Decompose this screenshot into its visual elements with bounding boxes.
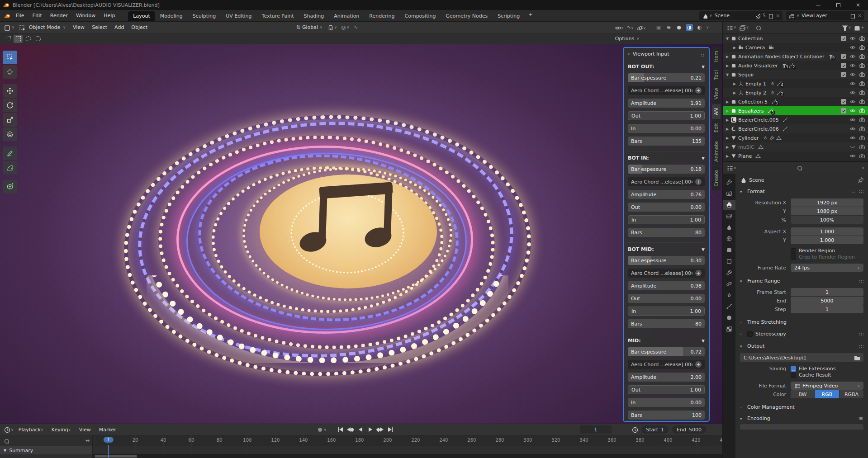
outliner-row-cylinder[interactable]: ▶Cylinder	[723, 133, 868, 142]
color-management-section-header[interactable]: ›Color Management	[735, 401, 868, 413]
properties-tab-physics[interactable]	[723, 279, 735, 289]
stereoscopy-checkbox[interactable]	[747, 331, 753, 337]
expand-icon[interactable]: ▶	[725, 118, 730, 122]
in-field[interactable]: In0.00	[628, 124, 705, 133]
sidebar-tab-view[interactable]: View	[712, 84, 721, 103]
timeline-menu-marker[interactable]: Marker	[95, 427, 120, 433]
expand-icon[interactable]: ▶	[725, 154, 730, 158]
select-mode-box[interactable]	[14, 35, 23, 43]
tool-add-cube[interactable]	[3, 180, 17, 194]
properties-tab-modifiers[interactable]	[723, 268, 735, 278]
properties-tab-texture[interactable]	[723, 324, 735, 334]
properties-editor-icon[interactable]: ∨	[726, 165, 736, 171]
in-field[interactable]: In1.00	[628, 307, 705, 316]
mode-selector[interactable]: Object Mode	[29, 24, 60, 30]
toggle-xray-icon[interactable]: ▣	[655, 24, 662, 31]
hide-eye-icon[interactable]	[849, 71, 856, 78]
frame-step-field[interactable]: 1	[791, 305, 863, 313]
out-field[interactable]: Out1.00	[628, 385, 705, 394]
hide-eye-icon[interactable]	[849, 80, 856, 87]
expand-icon[interactable]: ▶	[725, 100, 730, 104]
summary-expand-icon[interactable]: ▼	[4, 449, 6, 453]
disable-render-icon[interactable]	[859, 80, 865, 87]
in-field[interactable]: In1.00	[628, 215, 705, 224]
add-icon[interactable]: +	[695, 179, 702, 185]
properties-tab-render[interactable]	[723, 189, 735, 198]
sidebar-tab-item[interactable]: Item	[712, 47, 721, 66]
workspace-tab-geometry-nodes[interactable]: Geometry Nodes	[441, 11, 493, 21]
file-format-dropdown[interactable]: FFmpeg Video∨	[791, 382, 863, 390]
play-reverse-button[interactable]	[356, 426, 365, 433]
include-checkbox[interactable]	[841, 36, 846, 41]
tool-scale[interactable]	[3, 113, 17, 127]
workspace-tab-compositing[interactable]: Compositing	[400, 11, 441, 21]
dropdown-icon[interactable]: ∨	[691, 180, 693, 184]
add-icon[interactable]: +	[695, 270, 702, 276]
blender-app-icon[interactable]	[4, 12, 11, 19]
pin-icon[interactable]	[755, 13, 760, 19]
hide-eye-icon[interactable]	[849, 135, 856, 141]
stereoscopy-section-header[interactable]: ›Stereoscopy	[735, 328, 868, 340]
expand-icon[interactable]: ▼	[725, 73, 730, 77]
aero-chord-elease-001-field[interactable]: Aero Chord ...elease].001∨+	[628, 86, 705, 95]
playhead-line[interactable]	[108, 445, 109, 458]
workspace-tab-scripting[interactable]: Scripting	[493, 11, 525, 21]
properties-search[interactable]	[739, 165, 859, 170]
scene-selector[interactable]: ∨ Scene 5 ×	[699, 11, 783, 20]
out-field[interactable]: Out1.00	[628, 111, 705, 120]
render-region-checkbox[interactable]: Render Region	[791, 248, 863, 254]
folder-icon[interactable]	[854, 354, 860, 361]
tool-transform[interactable]	[3, 127, 17, 141]
outliner-row-music[interactable]: ▶muSIC	[723, 142, 868, 151]
next-keyframe-button[interactable]	[376, 426, 384, 433]
hide-eye-icon[interactable]	[849, 99, 856, 105]
outliner-row-collection[interactable]: ▼Collection	[723, 34, 868, 43]
sidebar-tab-tool[interactable]: Tool	[712, 66, 721, 83]
output-path-field[interactable]: C:\Users\Alves\Desktop\1	[740, 353, 863, 362]
unlink-icon[interactable]: ×	[776, 13, 780, 19]
previous-keyframe-button[interactable]	[346, 426, 355, 433]
summary-channel[interactable]: ▼ Summary	[0, 446, 92, 454]
viewport-menu-object[interactable]: Object	[128, 24, 151, 30]
playhead[interactable]: 1	[104, 437, 114, 443]
workspace-tab-texture-paint[interactable]: Texture Paint	[257, 11, 299, 21]
timeline-scrollbar[interactable]	[93, 454, 722, 458]
collapse-triangle-icon[interactable]: ▼	[702, 156, 705, 161]
minimize-button[interactable]	[808, 0, 828, 10]
file-extensions-checkbox[interactable]: File Extensions	[791, 366, 863, 372]
hide-eye-icon[interactable]	[849, 62, 856, 69]
resolution-x-field[interactable]: 1920 px	[791, 198, 863, 207]
outliner-row-audio-visualizer[interactable]: ▶Audio Visualizer32	[723, 61, 868, 70]
disable-render-icon[interactable]	[859, 126, 865, 132]
expand-icon[interactable]: ▶	[732, 82, 737, 86]
jump-to-end-button[interactable]	[386, 426, 394, 433]
select-mode-circle[interactable]	[24, 35, 33, 43]
new-collection-button[interactable]: +	[854, 24, 864, 31]
workspace-tab-uv-editing[interactable]: UV Editing	[221, 11, 256, 21]
expand-icon[interactable]: ▶	[732, 91, 737, 95]
grip-icon[interactable]	[700, 52, 705, 57]
encoding-container-field[interactable]	[740, 424, 863, 430]
include-checkbox[interactable]	[841, 108, 846, 113]
outliner-row-equalizers[interactable]: ▶Equalizers5	[723, 106, 868, 115]
properties-tab-view-layer[interactable]	[723, 211, 735, 221]
bars-field[interactable]: Bars135	[628, 137, 705, 146]
color-rgba-button[interactable]: RGBA	[840, 390, 863, 398]
properties-tab-scene[interactable]	[723, 222, 735, 232]
format-section-header[interactable]: ▾Format ≡	[735, 185, 868, 198]
shading-solid-button[interactable]: ●	[675, 24, 683, 31]
viewport-menu-add[interactable]: Add	[111, 24, 128, 30]
properties-tab-material[interactable]	[723, 313, 735, 323]
select-mode-lasso[interactable]	[33, 35, 43, 43]
tool-rotate[interactable]	[3, 99, 17, 112]
properties-tab-constraints[interactable]	[723, 290, 735, 300]
use-preview-range-icon[interactable]	[631, 426, 638, 433]
add-icon[interactable]: +	[695, 361, 702, 368]
editor-type-dropdown[interactable]: ∨	[12, 25, 14, 29]
disable-render-icon[interactable]	[859, 90, 865, 96]
copy-icon[interactable]	[768, 13, 773, 19]
workspace-tab-modeling[interactable]: Modeling	[155, 11, 188, 21]
properties-tab-object[interactable]	[723, 256, 735, 266]
outliner-row-camera[interactable]: ▶Camera	[723, 43, 868, 52]
outliner-row-collection-5[interactable]: ▶Collection 53	[723, 97, 868, 106]
